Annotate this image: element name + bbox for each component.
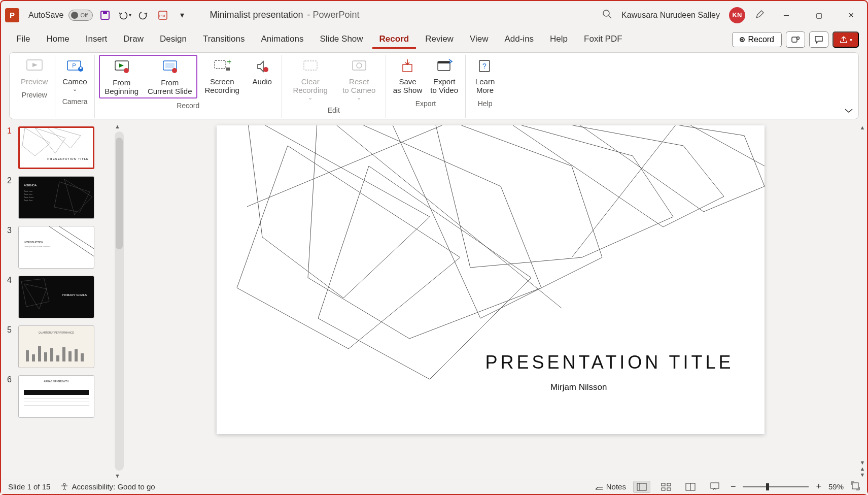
comments-button[interactable] (809, 31, 828, 48)
collapse-ribbon-icon[interactable] (844, 107, 853, 116)
user-name: Kawusara Nurudeen Salley (621, 11, 720, 20)
record-button[interactable]: Record (732, 32, 782, 47)
svg-rect-16 (165, 63, 175, 68)
ribbon-group-help: ? LearnMore Help (466, 55, 504, 118)
redo-icon[interactable] (136, 8, 151, 22)
tab-slide-show[interactable]: Slide Show (313, 31, 370, 49)
svg-point-14 (124, 68, 129, 73)
thumbnail-preview: QUARTERLY PERFORMANCE (18, 325, 94, 368)
tab-draw[interactable]: Draw (116, 31, 151, 49)
scroll-up-icon[interactable]: ▲ (860, 124, 865, 130)
scroll-handle[interactable] (116, 138, 123, 249)
learn-more-icon: ? (476, 57, 494, 75)
audio-button[interactable]: Audio (247, 55, 277, 98)
tab-record[interactable]: Record (372, 31, 416, 49)
svg-text:P: P (72, 62, 76, 69)
screen-recording-button[interactable]: + ScreenRecording (199, 55, 245, 98)
customize-qat-icon[interactable]: ▾ (175, 8, 189, 22)
save-as-show-button[interactable]: Saveas Show (390, 55, 426, 96)
slideshow-view-button[interactable] (706, 481, 723, 493)
save-as-show-icon (398, 57, 416, 75)
clear-recording-button[interactable]: ClearRecording⌄ (286, 55, 335, 103)
zoom-out-button[interactable]: − (731, 481, 736, 492)
fit-to-window-button[interactable] (851, 481, 860, 492)
save-icon[interactable] (98, 8, 112, 22)
learn-more-button[interactable]: ? LearnMore (470, 55, 500, 96)
zoom-slider[interactable] (743, 486, 809, 487)
tab-file[interactable]: File (9, 31, 37, 49)
zoom-handle[interactable] (766, 483, 769, 490)
thumbnail-slide-1[interactable]: 1PRESENTATION TITLE (7, 126, 111, 169)
zoom-in-button[interactable]: + (816, 481, 821, 492)
autosave-toggle[interactable]: AutoSave Off (28, 10, 93, 21)
svg-rect-32 (637, 483, 646, 490)
slide-subtitle-text[interactable]: Mirjam Nilsson (550, 382, 607, 392)
thumbnail-slide-5[interactable]: 5QUARTERLY PERFORMANCE (7, 325, 111, 368)
slide-title-text[interactable]: PRESENTATION TITLE (485, 352, 734, 373)
user-avatar[interactable]: KN (729, 7, 745, 23)
tab-animations[interactable]: Animations (254, 31, 310, 49)
tab-insert[interactable]: Insert (79, 31, 115, 49)
toggle-switch[interactable]: Off (68, 10, 93, 21)
minimize-button[interactable]: ─ (775, 7, 798, 23)
normal-view-button[interactable] (633, 481, 650, 493)
present-teams-button[interactable] (786, 31, 805, 48)
preview-button[interactable]: Preview (18, 55, 51, 88)
slide-geometric-art (217, 125, 765, 434)
tab-review[interactable]: Review (418, 31, 461, 49)
notes-label: Notes (606, 482, 626, 491)
canvas-scrollbar[interactable]: ▲ ▼ ▲ ▼ (858, 122, 867, 480)
share-button[interactable]: ▾ (832, 31, 859, 48)
svg-point-20 (263, 67, 268, 72)
slide-counter[interactable]: Slide 1 of 15 (8, 482, 50, 491)
tab-help[interactable]: Help (543, 31, 575, 49)
from-beginning-button[interactable]: FromBeginning (100, 56, 144, 97)
ribbon-group-edit: ClearRecording⌄ Resetto Cameo⌄ Edit (282, 55, 386, 118)
thumbnail-slide-2[interactable]: 2AGENDATopic oneTopic twoTopic threeTopi… (7, 176, 111, 219)
tab-view[interactable]: View (463, 31, 496, 49)
reset-cameo-button[interactable]: Resetto Cameo⌄ (337, 55, 381, 103)
toggle-knob (71, 12, 78, 19)
prev-slide-icon[interactable]: ▲ (860, 466, 865, 472)
tab-transitions[interactable]: Transitions (196, 31, 252, 49)
tab-foxit-pdf[interactable]: Foxit PDF (577, 31, 630, 49)
autosave-label: AutoSave (28, 11, 63, 20)
maximize-button[interactable]: ▢ (807, 7, 830, 23)
tab-design[interactable]: Design (153, 31, 194, 49)
undo-icon[interactable]: ▾ (117, 8, 131, 22)
ribbon-group-export: Saveas Show Exportto Video Export (386, 55, 466, 118)
scroll-up-icon[interactable]: ▲ (115, 123, 120, 129)
thumbnail-number: 6 (7, 375, 14, 384)
slide-canvas[interactable]: PRESENTATION TITLE Mirjam Nilsson (217, 125, 765, 434)
from-current-slide-button[interactable]: FromCurrent Slide (144, 56, 196, 97)
slide-sorter-view-button[interactable] (657, 481, 675, 493)
reading-view-button[interactable] (682, 481, 699, 493)
export-video-button[interactable]: Exportto Video (427, 55, 461, 96)
next-slide-icon[interactable]: ▼ (860, 472, 865, 478)
thumbnail-slide-4[interactable]: 4PRIMARY GOALS (7, 276, 111, 318)
pen-icon[interactable] (754, 9, 766, 22)
svg-rect-1 (103, 11, 107, 14)
export-pdf-icon[interactable]: PDF (156, 8, 170, 22)
tab-add-ins[interactable]: Add-ins (497, 31, 541, 49)
search-icon[interactable] (602, 9, 612, 21)
scroll-down-icon[interactable]: ▼ (860, 459, 865, 466)
svg-rect-37 (667, 488, 671, 490)
thumbnail-slide-6[interactable]: 6AREAS OF GROWTH (7, 375, 111, 418)
zoom-percent[interactable]: 59% (828, 482, 844, 491)
svg-rect-26 (438, 61, 450, 63)
cameo-button[interactable]: P Cameo ⌄ (59, 55, 90, 94)
close-button[interactable]: ✕ (840, 7, 863, 23)
group-label-camera: Camera (62, 96, 88, 107)
title-bar: P AutoSave Off ▾ PDF ▾ Minimalist presen… (1, 1, 867, 29)
accessibility-status[interactable]: Accessibility: Good to go (60, 482, 155, 491)
notes-button[interactable]: Notes (595, 482, 626, 491)
scroll-down-icon[interactable]: ▼ (115, 473, 120, 479)
screen-recording-icon: + (213, 57, 231, 75)
tab-home[interactable]: Home (39, 31, 76, 49)
thumbnails-scrollbar[interactable]: ▲ ▼ (113, 122, 123, 480)
ribbon-tabs: FileHomeInsertDrawDesignTransitionsAnima… (1, 29, 867, 50)
svg-point-17 (172, 68, 177, 73)
thumbnail-slide-3[interactable]: 3INTRODUCTIONLorem ipsum dolor sit amet … (7, 226, 111, 269)
group-label-edit: Edit (328, 105, 340, 115)
